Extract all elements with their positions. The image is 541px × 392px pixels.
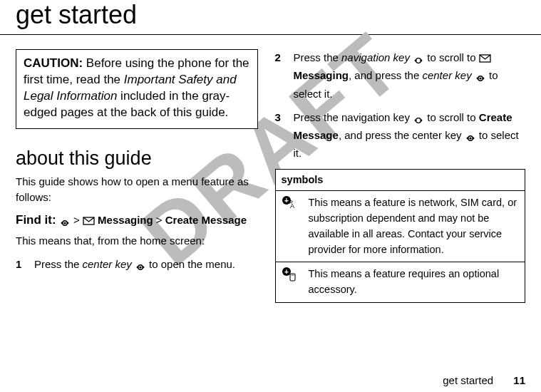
create-message-label: Create Message: [165, 214, 247, 226]
footer: get started 11: [443, 374, 525, 386]
svg-point-19: [421, 119, 423, 121]
s2f: center key: [422, 69, 471, 81]
step-1-num: 1: [16, 256, 34, 274]
caution-box: CAUTION: Before using the phone for the …: [16, 49, 258, 129]
step-3: 3 Press the navigation key to scroll to …: [275, 109, 526, 162]
messaging-label: Messaging: [98, 214, 153, 226]
svg-point-15: [479, 78, 481, 80]
svg-point-11: [421, 60, 423, 62]
optional-accessory-icon: +: [282, 273, 297, 284]
footer-section: get started: [443, 374, 493, 386]
svg-point-22: [469, 137, 471, 139]
sep2: >: [156, 214, 165, 226]
about-heading: about this guide: [16, 148, 258, 170]
table-row: +A This means a feature is network, SIM …: [275, 191, 525, 262]
find-it-line: Find it: > Messaging > Create Message: [16, 213, 258, 227]
svg-point-23: [472, 138, 474, 140]
symbols-header: symbols: [275, 169, 525, 191]
svg-point-18: [416, 118, 421, 123]
network-dependent-icon: +A: [282, 202, 297, 213]
s2d: Messaging: [294, 69, 349, 81]
step-1: 1 Press the center key to open the menu.: [16, 256, 258, 274]
svg-rect-29: [290, 274, 295, 281]
svg-point-7: [139, 267, 141, 269]
step-3-num: 3: [275, 109, 294, 162]
s3d: , and press the center key: [339, 129, 465, 141]
svg-point-10: [416, 58, 421, 63]
svg-point-3: [66, 222, 68, 224]
symbols-row2-text: This means a feature requires an optiona…: [303, 262, 525, 303]
s1a: Press the: [34, 258, 83, 270]
svg-point-16: [482, 78, 484, 80]
svg-point-8: [143, 267, 145, 269]
table-row: + This means a feature requires an optio…: [275, 262, 525, 303]
s2a: Press the: [294, 51, 342, 63]
nav-key-icon: [413, 51, 424, 67]
symbols-row1-text: This means a feature is network, SIM car…: [303, 191, 525, 262]
s2c: to scroll to: [424, 51, 479, 63]
svg-text:+: +: [284, 197, 289, 205]
footer-page: 11: [513, 374, 525, 386]
symbols-table: symbols +A This means a feature is netwo…: [275, 169, 526, 303]
svg-text:A: A: [289, 202, 294, 210]
s2e: , and press the: [349, 69, 422, 81]
center-key-icon: [475, 68, 486, 85]
envelope-icon: [479, 51, 491, 67]
caution-lead: CAUTION:: [24, 56, 83, 70]
envelope-icon: [83, 215, 95, 227]
s3b: to scroll to: [424, 111, 479, 123]
svg-point-2: [63, 222, 66, 224]
s2b: navigation key: [341, 51, 410, 63]
center-key-icon: [135, 257, 146, 274]
s1c: to open the menu.: [146, 258, 235, 270]
means-text: This means that, from the home screen:: [16, 233, 258, 249]
nav-key-icon: [413, 110, 424, 127]
s3a: Press the navigation key: [294, 111, 413, 123]
center-key-icon: [465, 128, 476, 145]
step-2: 2 Press the navigation key to scroll to …: [275, 49, 526, 102]
about-body: This guide shows how to open a menu feat…: [16, 174, 258, 206]
sep1: >: [73, 214, 83, 226]
step-2-num: 2: [275, 49, 294, 102]
find-it-lead: Find it:: [16, 213, 56, 227]
page-title: get started: [0, 0, 541, 35]
center-key-icon: [59, 215, 71, 227]
svg-text:+: +: [284, 268, 289, 276]
s1b: center key: [83, 258, 132, 270]
